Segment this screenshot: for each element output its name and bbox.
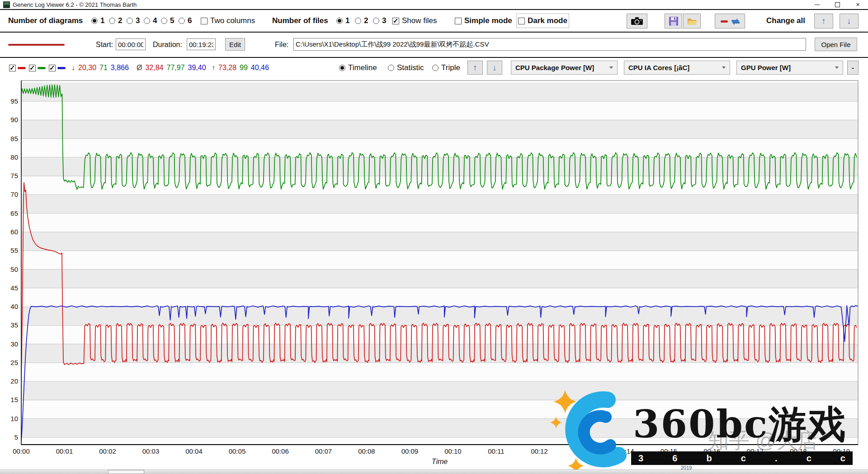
svg-text:00:01: 00:01 <box>56 447 73 455</box>
maximize-icon <box>835 2 840 7</box>
load-button[interactable] <box>683 14 701 28</box>
radio-icon <box>339 65 345 71</box>
diagrams-radio-2[interactable]: 2 <box>109 10 122 32</box>
svg-text:70: 70 <box>10 190 18 198</box>
diagrams-radio-1[interactable]: 1 <box>91 10 104 32</box>
channel2-dropdown[interactable]: CPU IA Cores [¡ãC] <box>624 61 730 75</box>
svg-text:00:09: 00:09 <box>401 447 419 455</box>
diagrams-radio-3[interactable]: 3 <box>127 10 140 32</box>
channel1-dropdown[interactable]: CPU Package Power [W] <box>511 61 618 75</box>
diagrams-radio-6[interactable]: 6 <box>179 10 192 32</box>
min-arrow-icon: ↓ <box>71 64 75 72</box>
svg-text:00:06: 00:06 <box>272 447 289 455</box>
series3-checkbox[interactable] <box>49 58 56 78</box>
series1-checkbox[interactable] <box>9 58 16 78</box>
svg-text:60: 60 <box>10 228 18 236</box>
files-radio-3[interactable]: 3 <box>373 10 386 32</box>
watermark-logo-icon <box>550 388 640 474</box>
svg-text:50: 50 <box>10 265 18 273</box>
checkbox-icon <box>201 18 208 24</box>
svg-text:5: 5 <box>14 433 18 441</box>
svg-text:65: 65 <box>10 209 18 217</box>
radio-icon <box>179 18 185 24</box>
svg-text:40: 40 <box>10 303 18 310</box>
toolbar-main: Number of diagrams 1 2 3 4 5 6 Two colum… <box>0 10 868 33</box>
two-columns-checkbox[interactable]: Two columns <box>201 10 255 32</box>
svg-text:Time: Time <box>432 458 448 465</box>
view-radio-statistic[interactable]: Statistic <box>388 58 424 78</box>
svg-text:00:02: 00:02 <box>99 447 116 455</box>
max-arrow-icon: ↑ <box>212 64 215 72</box>
duration-label: Duration: <box>153 41 182 49</box>
change-all-up-button[interactable]: ↑ <box>814 14 833 28</box>
app-icon <box>3 1 10 8</box>
svg-text:00:10: 00:10 <box>444 447 462 455</box>
reset-series-button[interactable] <box>715 14 745 28</box>
open-file-button[interactable]: Open File <box>815 38 857 51</box>
duration-input[interactable] <box>187 38 216 50</box>
files-label: Number of files <box>272 16 328 25</box>
taskbar-strip <box>0 469 868 474</box>
svg-text:00:08: 00:08 <box>358 447 375 455</box>
diagram-up-button[interactable]: ↑ <box>467 61 483 75</box>
checkbox-icon <box>29 65 36 71</box>
svg-text:00:00: 00:00 <box>13 447 30 455</box>
svg-text:45: 45 <box>10 284 18 292</box>
up-arrow-icon: ↑ <box>473 63 477 73</box>
show-files-checkbox[interactable]: Show files <box>392 10 437 32</box>
svg-text:20: 20 <box>10 377 18 385</box>
minimize-button[interactable] <box>807 0 827 9</box>
edit-button[interactable]: Edit <box>225 38 245 51</box>
view-radio-triple[interactable]: Triple <box>432 58 460 78</box>
change-all-down-button[interactable]: ↓ <box>840 14 859 28</box>
dark-mode-checkbox[interactable]: Dark mode <box>518 15 567 26</box>
chevron-down-icon <box>835 66 839 69</box>
svg-text:55: 55 <box>10 246 18 254</box>
close-icon: × <box>856 1 859 8</box>
change-all-label: Change all <box>766 16 805 25</box>
file-color-sample <box>8 44 65 46</box>
svg-text:00:11: 00:11 <box>488 447 504 455</box>
toolbar-file: Start: Duration: Edit File: Open File <box>0 33 868 58</box>
radio-icon <box>355 18 361 24</box>
down-arrow-icon: ↓ <box>847 16 851 26</box>
start-input[interactable] <box>116 38 146 50</box>
series-bar: ↓ 20,30 71 3,866 Ø 32,84 77,97 39,40 ↑ 7… <box>0 58 868 78</box>
svg-text:75: 75 <box>10 172 18 180</box>
taskbar-window-thumb[interactable] <box>108 470 144 474</box>
series2-checkbox[interactable] <box>29 58 36 78</box>
chevron-down-icon <box>722 66 726 69</box>
remove-channel-button[interactable]: - <box>847 61 859 75</box>
channel3-dropdown[interactable]: GPU Power [W] <box>736 61 843 75</box>
avg-symbol: Ø <box>137 64 142 72</box>
file-label: File: <box>275 41 288 49</box>
view-radio-timeline[interactable]: Timeline <box>339 58 377 78</box>
radio-icon <box>127 18 133 24</box>
svg-text:00:03: 00:03 <box>142 447 160 455</box>
simple-mode-checkbox[interactable]: Simple mode <box>455 10 512 32</box>
diagrams-radio-4[interactable]: 4 <box>144 10 157 32</box>
files-radio-1[interactable]: 1 <box>336 10 349 32</box>
save-button[interactable] <box>665 14 682 28</box>
files-radio-2[interactable]: 2 <box>355 10 368 32</box>
svg-text:00:12: 00:12 <box>531 447 548 455</box>
minus-refresh-icon <box>720 16 740 26</box>
maximize-button[interactable] <box>827 0 848 9</box>
diagram-down-button[interactable]: ↓ <box>487 61 502 75</box>
stats-avg: Ø 32,84 77,97 39,40 <box>137 64 206 72</box>
chevron-down-icon <box>609 66 613 69</box>
folder-icon <box>687 17 698 26</box>
camera-icon <box>631 17 643 26</box>
radio-icon <box>336 18 343 24</box>
close-button[interactable]: × <box>848 0 868 9</box>
svg-text:35: 35 <box>10 321 18 329</box>
start-label: Start: <box>96 41 113 49</box>
radio-icon <box>91 18 98 24</box>
file-path-input[interactable] <box>293 38 806 51</box>
checkbox-icon <box>455 18 462 24</box>
radio-icon <box>161 18 167 24</box>
svg-text:10: 10 <box>10 415 18 422</box>
diagrams-radio-5[interactable]: 5 <box>161 10 174 32</box>
screenshot-button[interactable] <box>627 14 647 28</box>
radio-icon <box>109 18 115 24</box>
